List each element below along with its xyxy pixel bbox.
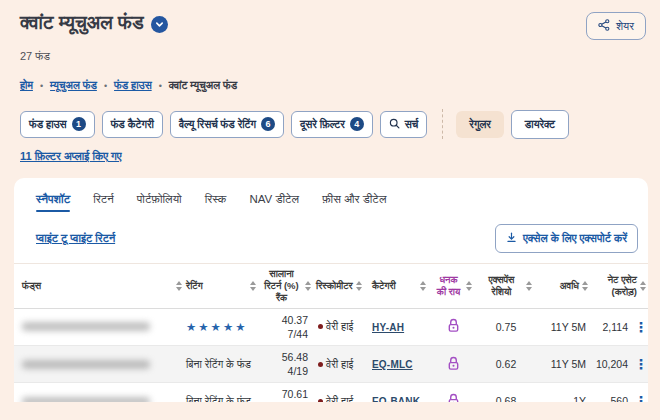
divider [442,109,443,139]
net-assets-value: 10,204 [596,358,628,370]
filter-count-badge: 6 [261,117,275,131]
riskometer-value: वेरी हाई [326,320,353,332]
download-icon [506,232,517,245]
row-menu-kebab-icon[interactable]: ⋮ [632,383,648,402]
annual-return-value: 40.37 [282,314,308,326]
search-icon [389,118,400,131]
filter-other-filters-button[interactable]: दूसरे फ़िल्टर 4 [291,111,373,138]
col-expense-ratio: एक्सपेंस रेशियो [480,274,523,298]
tab-bar: स्नैपशॉट रिटर्न पोर्टफ़ोलियो रिस्क NAV ड… [14,178,648,216]
col-funds: फंड्स [22,280,41,292]
sort-icon[interactable] [356,281,362,291]
filter-label: फंड हाउस [29,118,67,131]
breadcrumb-separator: • [104,81,107,91]
table-toolbar: प्वाइंट टू प्वाइंट रिटर्न एक्सेल के लिए … [14,216,648,253]
age-value: 11Y 5M [551,358,586,370]
category-link[interactable]: HY-AH [372,322,404,333]
breadcrumb-separator: • [40,81,43,91]
lock-icon[interactable] [447,323,460,335]
tab-returns[interactable]: रिटर्न [93,193,114,216]
col-age: अवधि [560,280,579,292]
age-value: 11Y 5M [551,321,586,333]
category-link[interactable]: EQ-MLC [372,359,413,370]
col-net-assets: नेट एसेट (करोड़) [601,274,637,298]
search-button[interactable]: सर्च [380,111,428,138]
export-excel-label: एक्सेल के लिए एक्सपोर्ट करें [523,232,627,245]
filter-label: दूसरे फ़िल्टर [300,118,345,131]
filter-label: वैल्यू रिसर्च फंड रेटिंग [179,118,256,131]
filter-fund-house-button[interactable]: फंड हाउस 1 [20,111,95,138]
filter-label: सर्च [405,118,419,131]
table-header-row: फंड्स रेटिंग सालाना रिटर्न (%) रैंक रिस्… [14,264,648,309]
no-rating-label: बिना रेटिंग के फंड [186,395,251,402]
net-assets-value: 2,114 [603,321,629,333]
rank-value: 7/44 [288,328,308,340]
star-rating: ★★★★★ [186,321,248,333]
fund-count: 27 फंड [0,40,660,63]
fund-name-redacted [22,397,150,402]
table-row[interactable]: ★★★★★ 40.377/44 वेरी हाई HY-AH 0.75 11Y … [14,308,648,345]
risk-dot-icon [318,324,323,329]
annual-return-value: 70.61 [282,388,308,400]
row-menu-kebab-icon[interactable]: ⋮ [632,345,648,382]
tab-fees-detail[interactable]: फ़ीस और डीटेल [322,193,386,216]
table-row[interactable]: बिना रेटिंग के फंड 56.484/19 वेरी हाई EQ… [14,345,648,382]
expense-ratio-value: 0.68 [496,395,516,402]
rank-value: 4/19 [288,365,308,377]
point-to-point-returns-link[interactable]: प्वाइंट टू प्वाइंट रिटर्न [36,232,115,245]
expense-ratio-value: 0.75 [496,321,516,333]
sort-icon[interactable] [420,281,426,291]
funds-table: फंड्स रेटिंग सालाना रिटर्न (%) रैंक रिस्… [14,263,648,402]
page-title: क्वांट म्यूचुअल फंड [20,12,144,34]
tab-snapshot[interactable]: स्नैपशॉट [36,193,70,216]
col-riskometer: रिस्कोमीटर [316,280,353,292]
sort-icon[interactable] [640,281,646,291]
chevron-down-icon[interactable] [151,16,168,33]
sort-icon[interactable] [466,281,472,291]
breadcrumb-mutual-funds[interactable]: म्यूचुअल फंड [50,79,97,92]
tab-risk[interactable]: रिस्क [205,193,227,216]
sort-icon[interactable] [582,281,588,291]
age-value: 1Y [573,395,586,402]
fund-house-page: क्वांट म्यूचुअल फंड शेयर 27 फंड होम • म्… [0,0,660,420]
share-button[interactable]: शेयर [586,12,646,40]
category-link[interactable]: EQ-BANK [372,396,420,402]
col-category: कैटेगरी [372,280,396,292]
share-icon [598,19,610,33]
export-excel-button[interactable]: एक्सेल के लिए एक्सपोर्ट करें [495,224,638,253]
expense-ratio-value: 0.62 [496,358,516,370]
riskometer-value: वेरी हाई [326,395,353,402]
filter-count-badge: 4 [350,117,364,131]
annual-return-value: 56.48 [282,351,308,363]
share-button-label: शेयर [616,20,634,33]
breadcrumb-home[interactable]: होम [20,79,33,92]
riskometer-value: वेरी हाई [326,358,353,370]
plan-toggle-regular[interactable]: रेगुलर [456,111,504,138]
filter-count-badge: 1 [72,117,86,131]
plan-toggle-direct[interactable]: डायरेक्ट [511,110,569,139]
fund-name-redacted [22,360,150,369]
col-rating: रेटिंग [186,280,203,292]
filter-label: फंड कैटेगरी [111,118,154,131]
table-row[interactable]: बिना रेटिंग के फंड 70.611/20 वेरी हाई EQ… [14,383,648,402]
row-menu-kebab-icon[interactable]: ⋮ [632,308,648,345]
applied-filters-link[interactable]: 11 फ़िल्टर अप्लाई किए गए [20,150,121,162]
breadcrumb: होम • म्यूचुअल फंड • फंड हाउस • क्वांट म… [0,63,660,92]
sort-icon[interactable] [305,281,311,291]
breadcrumb-separator: • [159,81,162,91]
lock-icon[interactable] [447,361,460,373]
sort-icon[interactable] [250,281,256,291]
no-rating-label: बिना रेटिंग के फंड [186,358,251,370]
fund-name-redacted [22,322,150,331]
filter-fund-category-button[interactable]: फंड कैटेगरी [102,111,163,138]
breadcrumb-fund-house[interactable]: फंड हाउस [114,79,152,92]
sort-icon[interactable] [176,281,182,291]
filter-vr-rating-button[interactable]: वैल्यू रिसर्च फंड रेटिंग 6 [170,111,284,138]
tab-nav-detail[interactable]: NAV डीटेल [249,193,299,216]
page-header: क्वांट म्यूचुअल फंड शेयर [0,0,660,40]
breadcrumb-current: क्वांट म्यूचुअल फंड [169,79,237,92]
sort-icon[interactable] [526,281,532,291]
tab-portfolio[interactable]: पोर्टफ़ोलियो [137,193,182,216]
lock-icon[interactable] [447,398,460,402]
applied-filters: 11 फ़िल्टर अप्लाई किए गए [0,139,660,163]
